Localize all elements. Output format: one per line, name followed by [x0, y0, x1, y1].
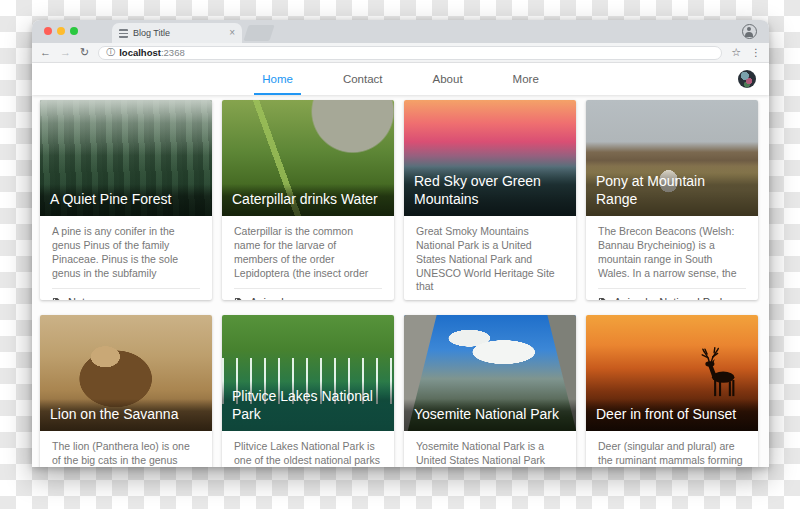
post-excerpt: Caterpillar is the common name for the l…	[222, 216, 394, 288]
tab-favicon-icon	[119, 29, 128, 38]
user-avatar[interactable]	[738, 70, 756, 88]
browser-toolbar: ← → ↻ ⓘ localhost:2368 ☆ ⋮	[32, 43, 769, 63]
post-card[interactable]: Caterpillar drinks Water Caterpillar is …	[222, 100, 394, 300]
minimize-window-button[interactable]	[57, 27, 65, 35]
title-overlay: Red Sky over Green Mountains	[404, 166, 576, 216]
card-image-pine-forest: A Quiet Pine Forest	[40, 100, 212, 216]
card-image-lion: Lion on the Savanna	[40, 315, 212, 431]
post-excerpt: The Brecon Beacons (Welsh: Bannau Bryche…	[586, 216, 758, 288]
nav-item-home[interactable]: Home	[252, 63, 303, 95]
post-title[interactable]: Yosemite National Park	[414, 406, 566, 424]
url-port: :2368	[161, 47, 185, 58]
site-info-icon[interactable]: ⓘ	[106, 48, 115, 57]
post-tag-label[interactable]: Animals, National Parks	[614, 296, 731, 300]
post-tag-label[interactable]: Nature	[68, 296, 101, 300]
window-controls	[44, 27, 78, 35]
card-image-waterfalls: Plitvice Lakes National Park	[222, 315, 394, 431]
browser-menu-icon[interactable]: ⋮	[751, 47, 761, 58]
reload-icon[interactable]: ↻	[80, 47, 89, 58]
post-card[interactable]: Yosemite National Park Yosemite National…	[404, 315, 576, 467]
post-card[interactable]: Plitvice Lakes National Park Plitvice La…	[222, 315, 394, 467]
url-host: localhost	[119, 47, 161, 58]
post-title[interactable]: Pony at Mountain Range	[596, 173, 748, 208]
post-card[interactable]: Pony at Mountain Range The Brecon Beacon…	[586, 100, 758, 300]
post-title[interactable]: Plitvice Lakes National Park	[232, 388, 384, 423]
post-tag-label[interactable]: Animals	[250, 296, 289, 300]
nav-item-more[interactable]: More	[503, 63, 549, 95]
post-card[interactable]: Red Sky over Green Mountains Great Smoky…	[404, 100, 576, 300]
post-card[interactable]: Lion on the Savanna The lion (Panthera l…	[40, 315, 212, 467]
site-navbar: Home Contact About More	[32, 63, 769, 95]
browser-profile-icon[interactable]	[742, 24, 757, 39]
tag-icon	[52, 297, 63, 300]
title-overlay: Plitvice Lakes National Park	[222, 381, 394, 431]
post-card[interactable]: Deer in front of Sunset Deer (singular a…	[586, 315, 758, 467]
title-overlay: Deer in front of Sunset	[586, 399, 758, 432]
card-image-yosemite: Yosemite National Park	[404, 315, 576, 431]
browser-window: Blog Title × ← → ↻ ⓘ localhost:2368 ☆ ⋮ …	[32, 20, 769, 467]
post-tags-row: Animals	[222, 289, 394, 300]
blog-content: A Quiet Pine Forest A pine is any conife…	[32, 95, 769, 467]
title-overlay: Lion on the Savanna	[40, 399, 212, 432]
post-title[interactable]: Red Sky over Green Mountains	[414, 173, 566, 208]
post-grid: A Quiet Pine Forest A pine is any conife…	[40, 100, 761, 467]
title-overlay: Yosemite National Park	[404, 399, 576, 432]
nav-item-about[interactable]: About	[423, 63, 473, 95]
post-card[interactable]: A Quiet Pine Forest A pine is any conife…	[40, 100, 212, 300]
post-title[interactable]: Deer in front of Sunset	[596, 406, 748, 424]
close-window-button[interactable]	[44, 27, 52, 35]
back-icon[interactable]: ←	[40, 47, 51, 58]
tab-close-icon[interactable]: ×	[229, 28, 235, 38]
title-overlay: Pony at Mountain Range	[586, 166, 758, 216]
tag-icon	[598, 297, 609, 300]
post-excerpt: Great Smoky Mountains National Park is a…	[404, 216, 576, 300]
post-excerpt: Deer (singular and plural) are the rumin…	[586, 431, 758, 467]
post-title[interactable]: Lion on the Savanna	[50, 406, 202, 424]
post-title[interactable]: A Quiet Pine Forest	[50, 191, 202, 209]
title-overlay: Caterpillar drinks Water	[222, 184, 394, 217]
url-text: localhost:2368	[119, 47, 184, 58]
forward-icon[interactable]: →	[60, 47, 71, 58]
nav-item-contact[interactable]: Contact	[333, 63, 393, 95]
maximize-window-button[interactable]	[70, 27, 78, 35]
post-excerpt: The lion (Panthera leo) is one of the bi…	[40, 431, 212, 467]
card-image-red-sky-mountains: Red Sky over Green Mountains	[404, 100, 576, 216]
bookmark-star-icon[interactable]: ☆	[731, 46, 741, 59]
address-bar[interactable]: ⓘ localhost:2368	[98, 46, 722, 60]
new-tab-button[interactable]	[243, 25, 274, 41]
post-tags-row: Nature	[40, 289, 212, 300]
post-excerpt: Yosemite National Park is a United State…	[404, 431, 576, 467]
nav-items: Home Contact About More	[32, 63, 769, 95]
card-image-caterpillar: Caterpillar drinks Water	[222, 100, 394, 216]
tab-strip: Blog Title ×	[32, 20, 769, 43]
card-image-deer-sunset: Deer in front of Sunset	[586, 315, 758, 431]
deer-silhouette-icon	[690, 345, 748, 401]
title-overlay: A Quiet Pine Forest	[40, 184, 212, 217]
card-image-pony: Pony at Mountain Range	[586, 100, 758, 216]
toolbar-right-icons: ☆ ⋮	[731, 46, 761, 59]
post-excerpt: A pine is any conifer in the genus Pinus…	[40, 216, 212, 288]
post-excerpt: Plitvice Lakes National Park is one of t…	[222, 431, 394, 467]
post-title[interactable]: Caterpillar drinks Water	[232, 191, 384, 209]
browser-tab[interactable]: Blog Title ×	[112, 23, 242, 43]
post-tags-row: Animals, National Parks	[586, 289, 758, 300]
tab-title: Blog Title	[133, 28, 224, 38]
tag-icon	[234, 297, 245, 300]
